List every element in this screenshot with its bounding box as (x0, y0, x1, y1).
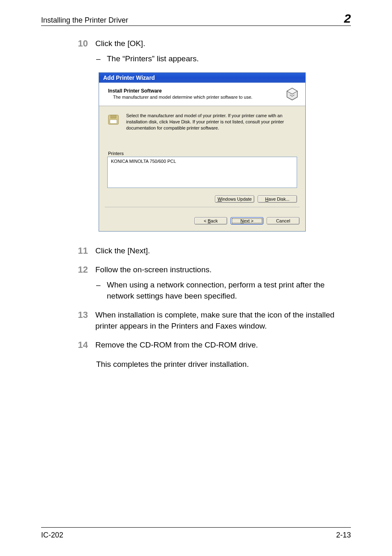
dialog-head-sub: The manufacturer and model determine whi… (113, 95, 281, 100)
closing-text: This completes the printer driver instal… (96, 359, 351, 370)
cancel-button[interactable]: Cancel (267, 217, 300, 225)
dialog-header: Install Printer Software The manufacture… (99, 83, 305, 106)
separator (105, 207, 300, 207)
step-text: Remove the CD-ROM from the CD-ROM drive. (95, 340, 351, 351)
step-number: 11 (75, 246, 88, 257)
printers-label: Printers (108, 151, 297, 156)
footer-left: IC-202 (41, 531, 63, 540)
step-number: 13 (75, 310, 88, 331)
step-10-sub: – The “Printers” list appears. (96, 53, 351, 65)
middle-button-row: Windows Update Have Disk... (107, 195, 297, 203)
back-button[interactable]: < Back (194, 217, 227, 225)
dialog-titlebar: Add Printer Wizard (99, 73, 305, 83)
printer-icon (285, 86, 300, 102)
step-12: 12 Follow the on-screen instructions. (75, 264, 351, 276)
step-text: Click the [OK]. (95, 38, 351, 49)
step-number: 10 (75, 38, 88, 49)
section-title: Installing the Printer Driver (41, 16, 128, 25)
footer-right: 2-13 (336, 531, 351, 540)
printers-list-item[interactable]: KONICA MINOLTA 750/600 PCL (111, 159, 293, 164)
step-number: 14 (75, 340, 88, 351)
next-button[interactable]: Next > (231, 217, 263, 225)
page-header: Installing the Printer Driver 2 (41, 12, 351, 26)
windows-update-button[interactable]: Windows Update (215, 195, 254, 203)
instruction-text: Select the manufacturer and model of you… (126, 113, 297, 131)
step-11: 11 Click the [Next]. (75, 246, 351, 257)
step-14: 14 Remove the CD-ROM from the CD-ROM dri… (75, 340, 351, 351)
page-footer: IC-202 2-13 (41, 527, 351, 540)
step-12-sub: – When using a network connection, perfo… (96, 280, 351, 301)
step-text: Follow the on-screen instructions. (95, 264, 351, 276)
chapter-number: 2 (344, 12, 351, 25)
dialog-head-title: Install Printer Software (108, 88, 281, 94)
printers-listbox[interactable]: KONICA MINOLTA 750/600 PCL (107, 157, 297, 188)
step-number: 12 (75, 264, 88, 276)
disk-icon (107, 113, 120, 127)
bullet-dash: – (96, 280, 101, 301)
step-13: 13 When installation is complete, make s… (75, 310, 351, 331)
step-10: 10 Click the [OK]. (75, 38, 351, 49)
have-disk-button[interactable]: Have Disk... (258, 195, 297, 203)
add-printer-wizard-dialog: Add Printer Wizard Install Printer Softw… (99, 72, 306, 232)
dialog-footer: < Back Next > Cancel (99, 217, 305, 231)
svg-rect-4 (110, 120, 117, 123)
instruction-row: Select the manufacturer and model of you… (107, 113, 297, 131)
bullet-dash: – (96, 53, 101, 65)
sub-text: The “Printers” list appears. (107, 53, 199, 65)
sub-text: When using a network connection, perform… (107, 280, 351, 301)
step-text: When installation is complete, make sure… (95, 310, 351, 331)
svg-rect-3 (111, 115, 116, 118)
step-text: Click the [Next]. (95, 246, 351, 257)
dialog-body: Select the manufacturer and model of you… (99, 106, 305, 217)
